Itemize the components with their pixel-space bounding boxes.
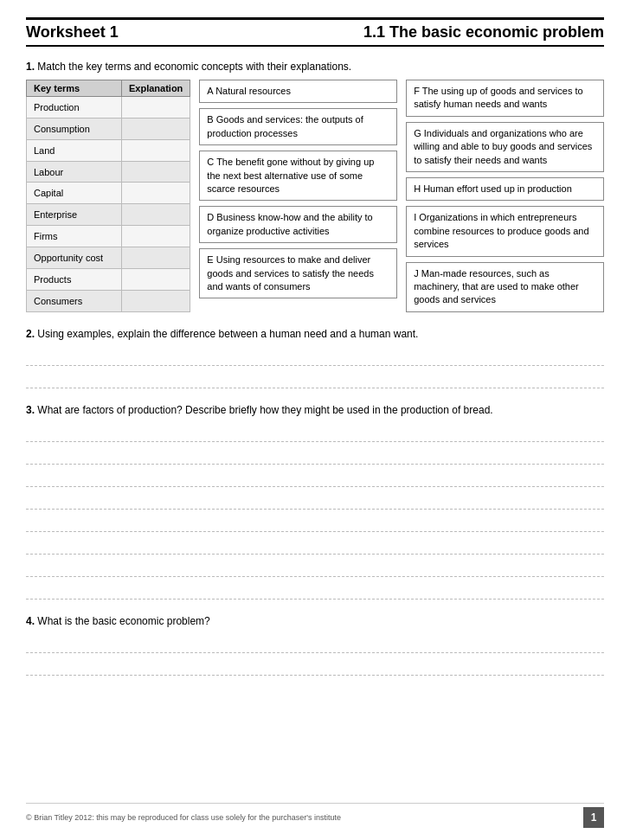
explanation-cell[interactable] [122, 290, 190, 311]
question-3-label: 3. What are factors of production? Descr… [26, 404, 604, 416]
q4-number: 4. [26, 615, 35, 627]
key-term-cell: Land [27, 139, 122, 161]
key-term-cell: Consumers [27, 290, 122, 311]
question-4: 4. What is the basic economic problem? [26, 615, 604, 676]
q2-number: 2. [26, 328, 35, 340]
explanation-cell[interactable] [122, 139, 190, 161]
key-term-cell: Consumption [27, 118, 122, 139]
key-term-cell: Opportunity cost [27, 247, 122, 269]
match-container: Key terms Explanation ProductionConsumpt… [26, 80, 604, 312]
q3-answer-lines [26, 423, 604, 600]
answer-line[interactable] [26, 535, 604, 555]
answer-line[interactable] [26, 423, 604, 442]
answer-line[interactable] [26, 558, 604, 577]
worksheet-title: Worksheet 1 [26, 23, 119, 42]
key-term-cell: Production [27, 97, 122, 119]
question-4-label: 4. What is the basic economic problem? [26, 615, 604, 627]
key-term-cell: Products [27, 268, 122, 290]
explanation-box-c: C The benefit gone without by giving up … [199, 151, 397, 201]
explanation-box-f: F The using up of goods and services to … [406, 80, 604, 117]
col1-header: Key terms [27, 80, 122, 97]
answer-line[interactable] [26, 491, 604, 510]
explanation-box-h: H Human effort used up in production [406, 177, 604, 201]
explanation-box-i: I Organizations in which entrepreneurs c… [406, 206, 604, 256]
explanation-cell[interactable] [122, 204, 190, 226]
explanation-cell[interactable] [122, 183, 190, 204]
q2-answer-lines [26, 347, 604, 388]
explanation-cell[interactable] [122, 226, 190, 247]
explanation-cell[interactable] [122, 247, 190, 269]
key-term-cell: Capital [27, 183, 122, 204]
question-3: 3. What are factors of production? Descr… [26, 404, 604, 600]
page-header: Worksheet 1 1.1 The basic economic probl… [26, 17, 604, 47]
q2-text: Using examples, explain the difference b… [37, 328, 418, 340]
explanation-box-e: E Using resources to make and deliver go… [199, 248, 397, 298]
explanation-cell[interactable] [122, 118, 190, 139]
answer-line[interactable] [26, 634, 604, 653]
explanation-cell[interactable] [122, 268, 190, 290]
key-term-cell: Firms [27, 226, 122, 247]
right-boxes-col: F The using up of goods and services to … [406, 80, 604, 312]
answer-line[interactable] [26, 369, 604, 388]
col2-header: Explanation [122, 80, 190, 97]
key-term-cell: Enterprise [27, 204, 122, 226]
question-2-label: 2. Using examples, explain the differenc… [26, 328, 604, 340]
answer-line[interactable] [26, 580, 604, 600]
q4-answer-lines [26, 634, 604, 676]
answer-line[interactable] [26, 657, 604, 676]
answer-line[interactable] [26, 468, 604, 487]
explanation-box-d: D Business know-how and the ability to o… [199, 206, 397, 243]
page-footer: © Brian Titley 2012: this may be reprodu… [26, 803, 604, 828]
answer-line[interactable] [26, 513, 604, 532]
question-2: 2. Using examples, explain the differenc… [26, 328, 604, 388]
q1-number: 1. [26, 61, 35, 73]
q1-text: Match the key terms and economic concept… [37, 61, 351, 73]
q3-text: What are factors of production? Describe… [37, 404, 492, 416]
answer-line[interactable] [26, 446, 604, 465]
left-boxes-col: A Natural resourcesB Goods and services:… [199, 80, 397, 312]
key-term-cell: Labour [27, 161, 122, 183]
question-1-label: 1. Match the key terms and economic conc… [26, 61, 604, 73]
q3-number: 3. [26, 404, 35, 416]
explanation-box-a: A Natural resources [199, 80, 397, 103]
explanation-cell[interactable] [122, 161, 190, 183]
question-1: 1. Match the key terms and economic conc… [26, 61, 604, 312]
q4-text: What is the basic economic problem? [37, 615, 209, 627]
explanation-cell[interactable] [122, 97, 190, 119]
explanation-box-j: J Man-made resources, such as machinery,… [406, 262, 604, 312]
key-terms-table: Key terms Explanation ProductionConsumpt… [26, 80, 190, 312]
explanation-box-g: G Individuals and organizations who are … [406, 122, 604, 172]
page-number: 1 [583, 807, 604, 828]
copyright-text: © Brian Titley 2012: this may be reprodu… [26, 813, 341, 822]
answer-line[interactable] [26, 347, 604, 366]
worksheet-subtitle: 1.1 The basic economic problem [363, 23, 604, 42]
explanation-box-b: B Goods and services: the outputs of pro… [199, 108, 397, 145]
